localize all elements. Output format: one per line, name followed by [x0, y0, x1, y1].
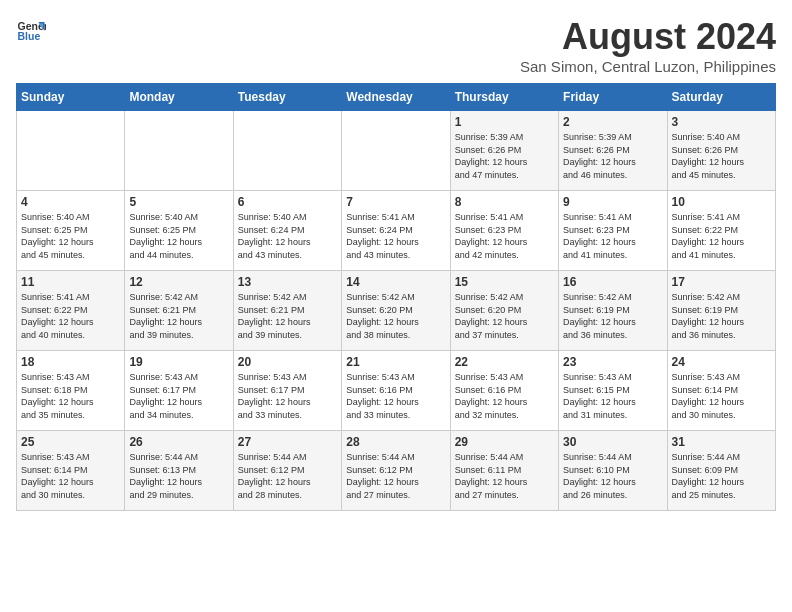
day-number: 12	[129, 275, 228, 289]
calendar-cell: 29Sunrise: 5:44 AM Sunset: 6:11 PM Dayli…	[450, 431, 558, 511]
day-info: Sunrise: 5:44 AM Sunset: 6:13 PM Dayligh…	[129, 451, 228, 501]
day-number: 29	[455, 435, 554, 449]
day-number: 1	[455, 115, 554, 129]
weekday-header-row: SundayMondayTuesdayWednesdayThursdayFrid…	[17, 84, 776, 111]
day-number: 3	[672, 115, 771, 129]
day-number: 10	[672, 195, 771, 209]
calendar-cell: 11Sunrise: 5:41 AM Sunset: 6:22 PM Dayli…	[17, 271, 125, 351]
calendar-week-3: 11Sunrise: 5:41 AM Sunset: 6:22 PM Dayli…	[17, 271, 776, 351]
calendar-cell	[233, 111, 341, 191]
calendar-cell: 15Sunrise: 5:42 AM Sunset: 6:20 PM Dayli…	[450, 271, 558, 351]
title-block: August 2024 San Simon, Central Luzon, Ph…	[520, 16, 776, 75]
day-info: Sunrise: 5:42 AM Sunset: 6:21 PM Dayligh…	[238, 291, 337, 341]
day-number: 6	[238, 195, 337, 209]
day-info: Sunrise: 5:41 AM Sunset: 6:23 PM Dayligh…	[563, 211, 662, 261]
calendar-cell	[17, 111, 125, 191]
day-number: 16	[563, 275, 662, 289]
calendar-body: 1Sunrise: 5:39 AM Sunset: 6:26 PM Daylig…	[17, 111, 776, 511]
calendar-table: SundayMondayTuesdayWednesdayThursdayFrid…	[16, 83, 776, 511]
calendar-cell: 24Sunrise: 5:43 AM Sunset: 6:14 PM Dayli…	[667, 351, 775, 431]
calendar-cell: 12Sunrise: 5:42 AM Sunset: 6:21 PM Dayli…	[125, 271, 233, 351]
day-info: Sunrise: 5:43 AM Sunset: 6:16 PM Dayligh…	[455, 371, 554, 421]
day-info: Sunrise: 5:39 AM Sunset: 6:26 PM Dayligh…	[563, 131, 662, 181]
calendar-cell: 2Sunrise: 5:39 AM Sunset: 6:26 PM Daylig…	[559, 111, 667, 191]
calendar-cell: 25Sunrise: 5:43 AM Sunset: 6:14 PM Dayli…	[17, 431, 125, 511]
day-info: Sunrise: 5:43 AM Sunset: 6:18 PM Dayligh…	[21, 371, 120, 421]
weekday-header-monday: Monday	[125, 84, 233, 111]
day-number: 31	[672, 435, 771, 449]
day-number: 5	[129, 195, 228, 209]
calendar-cell: 7Sunrise: 5:41 AM Sunset: 6:24 PM Daylig…	[342, 191, 450, 271]
day-number: 9	[563, 195, 662, 209]
calendar-cell: 16Sunrise: 5:42 AM Sunset: 6:19 PM Dayli…	[559, 271, 667, 351]
calendar-week-5: 25Sunrise: 5:43 AM Sunset: 6:14 PM Dayli…	[17, 431, 776, 511]
day-info: Sunrise: 5:42 AM Sunset: 6:19 PM Dayligh…	[672, 291, 771, 341]
day-info: Sunrise: 5:44 AM Sunset: 6:10 PM Dayligh…	[563, 451, 662, 501]
day-number: 27	[238, 435, 337, 449]
day-info: Sunrise: 5:42 AM Sunset: 6:20 PM Dayligh…	[346, 291, 445, 341]
day-number: 18	[21, 355, 120, 369]
day-number: 21	[346, 355, 445, 369]
day-number: 23	[563, 355, 662, 369]
month-year: August 2024	[520, 16, 776, 58]
calendar-cell: 6Sunrise: 5:40 AM Sunset: 6:24 PM Daylig…	[233, 191, 341, 271]
calendar-cell: 28Sunrise: 5:44 AM Sunset: 6:12 PM Dayli…	[342, 431, 450, 511]
day-info: Sunrise: 5:43 AM Sunset: 6:16 PM Dayligh…	[346, 371, 445, 421]
day-number: 19	[129, 355, 228, 369]
calendar-week-4: 18Sunrise: 5:43 AM Sunset: 6:18 PM Dayli…	[17, 351, 776, 431]
day-info: Sunrise: 5:44 AM Sunset: 6:11 PM Dayligh…	[455, 451, 554, 501]
calendar-cell: 31Sunrise: 5:44 AM Sunset: 6:09 PM Dayli…	[667, 431, 775, 511]
calendar-cell: 22Sunrise: 5:43 AM Sunset: 6:16 PM Dayli…	[450, 351, 558, 431]
calendar-cell: 4Sunrise: 5:40 AM Sunset: 6:25 PM Daylig…	[17, 191, 125, 271]
day-info: Sunrise: 5:41 AM Sunset: 6:22 PM Dayligh…	[21, 291, 120, 341]
day-number: 4	[21, 195, 120, 209]
day-number: 30	[563, 435, 662, 449]
day-number: 11	[21, 275, 120, 289]
day-info: Sunrise: 5:43 AM Sunset: 6:14 PM Dayligh…	[21, 451, 120, 501]
calendar-week-2: 4Sunrise: 5:40 AM Sunset: 6:25 PM Daylig…	[17, 191, 776, 271]
logo-icon: General Blue	[16, 16, 46, 46]
day-number: 17	[672, 275, 771, 289]
day-info: Sunrise: 5:44 AM Sunset: 6:09 PM Dayligh…	[672, 451, 771, 501]
calendar-cell: 3Sunrise: 5:40 AM Sunset: 6:26 PM Daylig…	[667, 111, 775, 191]
day-info: Sunrise: 5:40 AM Sunset: 6:25 PM Dayligh…	[129, 211, 228, 261]
day-number: 28	[346, 435, 445, 449]
day-number: 7	[346, 195, 445, 209]
calendar-cell: 18Sunrise: 5:43 AM Sunset: 6:18 PM Dayli…	[17, 351, 125, 431]
day-info: Sunrise: 5:42 AM Sunset: 6:21 PM Dayligh…	[129, 291, 228, 341]
calendar-cell: 21Sunrise: 5:43 AM Sunset: 6:16 PM Dayli…	[342, 351, 450, 431]
day-info: Sunrise: 5:41 AM Sunset: 6:22 PM Dayligh…	[672, 211, 771, 261]
calendar-cell: 26Sunrise: 5:44 AM Sunset: 6:13 PM Dayli…	[125, 431, 233, 511]
day-info: Sunrise: 5:40 AM Sunset: 6:25 PM Dayligh…	[21, 211, 120, 261]
calendar-cell: 23Sunrise: 5:43 AM Sunset: 6:15 PM Dayli…	[559, 351, 667, 431]
day-info: Sunrise: 5:42 AM Sunset: 6:19 PM Dayligh…	[563, 291, 662, 341]
weekday-header-sunday: Sunday	[17, 84, 125, 111]
calendar-cell: 13Sunrise: 5:42 AM Sunset: 6:21 PM Dayli…	[233, 271, 341, 351]
calendar-cell	[342, 111, 450, 191]
weekday-header-wednesday: Wednesday	[342, 84, 450, 111]
day-number: 22	[455, 355, 554, 369]
location: San Simon, Central Luzon, Philippines	[520, 58, 776, 75]
calendar-cell: 5Sunrise: 5:40 AM Sunset: 6:25 PM Daylig…	[125, 191, 233, 271]
weekday-header-thursday: Thursday	[450, 84, 558, 111]
logo: General Blue	[16, 16, 46, 46]
calendar-cell: 27Sunrise: 5:44 AM Sunset: 6:12 PM Dayli…	[233, 431, 341, 511]
day-info: Sunrise: 5:40 AM Sunset: 6:26 PM Dayligh…	[672, 131, 771, 181]
day-number: 24	[672, 355, 771, 369]
day-number: 26	[129, 435, 228, 449]
calendar-cell: 9Sunrise: 5:41 AM Sunset: 6:23 PM Daylig…	[559, 191, 667, 271]
day-info: Sunrise: 5:41 AM Sunset: 6:24 PM Dayligh…	[346, 211, 445, 261]
day-number: 25	[21, 435, 120, 449]
calendar-cell: 10Sunrise: 5:41 AM Sunset: 6:22 PM Dayli…	[667, 191, 775, 271]
calendar-cell: 19Sunrise: 5:43 AM Sunset: 6:17 PM Dayli…	[125, 351, 233, 431]
day-info: Sunrise: 5:44 AM Sunset: 6:12 PM Dayligh…	[346, 451, 445, 501]
day-number: 2	[563, 115, 662, 129]
weekday-header-tuesday: Tuesday	[233, 84, 341, 111]
day-info: Sunrise: 5:40 AM Sunset: 6:24 PM Dayligh…	[238, 211, 337, 261]
page-header: General Blue August 2024 San Simon, Cent…	[16, 16, 776, 75]
calendar-cell: 1Sunrise: 5:39 AM Sunset: 6:26 PM Daylig…	[450, 111, 558, 191]
day-number: 8	[455, 195, 554, 209]
day-info: Sunrise: 5:43 AM Sunset: 6:15 PM Dayligh…	[563, 371, 662, 421]
day-info: Sunrise: 5:44 AM Sunset: 6:12 PM Dayligh…	[238, 451, 337, 501]
svg-text:Blue: Blue	[18, 30, 41, 42]
